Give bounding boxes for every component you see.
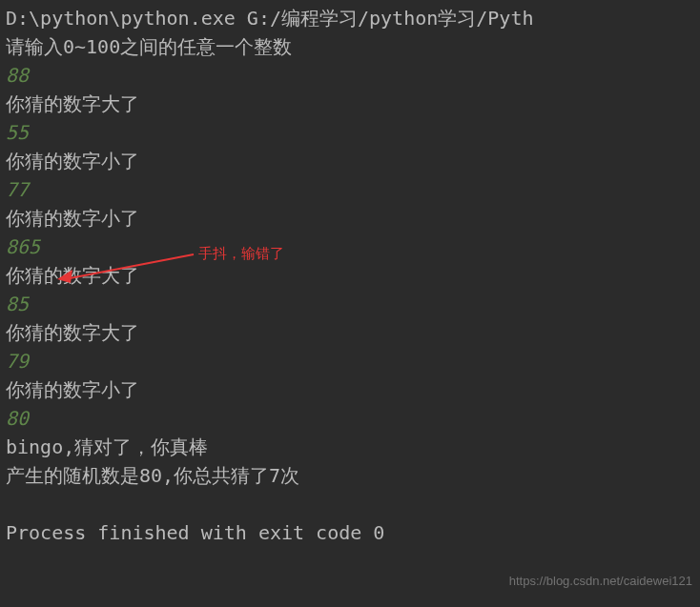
response-line: 你猜的数字大了	[6, 90, 694, 118]
response-line: 你猜的数字小了	[6, 375, 694, 404]
user-input: 865	[6, 233, 694, 261]
exit-code-line: Process finished with exit code 0	[6, 518, 694, 547]
prompt-line: 请输入0~100之间的任意一个整数	[6, 32, 694, 61]
blank-line	[6, 490, 694, 518]
user-input: 85	[6, 290, 694, 318]
response-line: 你猜的数字大了	[6, 318, 694, 347]
bingo-line: bingo,猜对了，你真棒	[6, 433, 694, 461]
user-input: 80	[6, 404, 694, 433]
user-input: 79	[6, 347, 694, 375]
response-line: 你猜的数字小了	[6, 204, 694, 233]
response-line: 你猜的数字大了	[6, 261, 694, 290]
user-input: 77	[6, 175, 694, 204]
user-input: 88	[6, 61, 694, 90]
summary-line: 产生的随机数是80,你总共猜了7次	[6, 461, 694, 490]
command-path: D:\python\python.exe G:/编程学习/python学习/Py…	[6, 4, 694, 32]
user-input: 55	[6, 118, 694, 147]
watermark: https://blog.csdn.net/caidewei121	[509, 572, 692, 591]
response-line: 你猜的数字小了	[6, 147, 694, 175]
